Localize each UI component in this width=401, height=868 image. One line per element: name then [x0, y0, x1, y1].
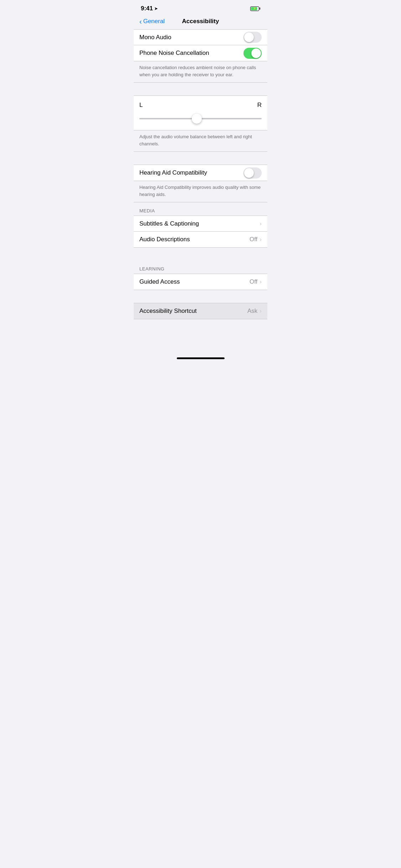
mono-audio-toggle[interactable]: [243, 32, 262, 43]
back-button[interactable]: ‹ General: [139, 18, 165, 25]
page-title: Accessibility: [182, 18, 219, 25]
audio-descriptions-value: Off: [250, 236, 257, 243]
slider-description-row: Adjust the audio volume balance between …: [134, 130, 267, 152]
media-section: Subtitles & Captioning › Audio Descripti…: [134, 216, 267, 248]
noise-cancellation-description-row: Noise cancellation reduces ambient noise…: [134, 61, 267, 83]
subtitles-captioning-label: Subtitles & Captioning: [139, 220, 259, 227]
hearing-aid-toggle[interactable]: [243, 167, 262, 179]
gap-2: [134, 152, 267, 165]
toggle-thumb: [244, 32, 254, 42]
guided-access-row[interactable]: Guided Access Off ›: [134, 274, 267, 290]
guided-access-value: Off: [250, 278, 257, 285]
audio-descriptions-label: Audio Descriptions: [139, 236, 250, 243]
subtitles-chevron-icon: ›: [259, 220, 262, 227]
gap-3: [134, 248, 267, 260]
back-chevron-icon: ‹: [139, 18, 142, 25]
slider-description: Adjust the audio volume balance between …: [139, 134, 252, 146]
hearing-aid-description: Hearing Aid Compatibility improves audio…: [139, 185, 261, 197]
slider-track: [139, 118, 262, 119]
navigation-bar: ‹ General Accessibility: [134, 15, 267, 29]
slider-labels: L R: [139, 102, 262, 109]
accessibility-shortcut-row[interactable]: Accessibility Shortcut Ask ›: [134, 303, 267, 319]
noise-cancellation-description: Noise cancellation reduces ambient noise…: [139, 65, 256, 77]
accessibility-shortcut-chevron-icon: ›: [259, 308, 262, 315]
time-display: 9:41: [141, 5, 153, 12]
slider-right-label: R: [257, 102, 262, 109]
accessibility-shortcut-section: Accessibility Shortcut Ask ›: [134, 303, 267, 319]
guided-access-chevron-icon: ›: [259, 278, 262, 285]
learning-section: Guided Access Off ›: [134, 274, 267, 290]
battery-cap: [259, 7, 260, 10]
mono-audio-label: Mono Audio: [139, 34, 243, 41]
phone-noise-toggle[interactable]: [243, 48, 262, 59]
slider-left-label: L: [139, 102, 143, 109]
back-label: General: [143, 18, 165, 25]
toggle-thumb-hearing: [244, 168, 254, 178]
home-indicator-bar: [177, 357, 225, 359]
gap-large: [134, 290, 267, 303]
battery-indicator: ⚡: [250, 6, 260, 11]
hearing-aid-label: Hearing Aid Compatibility: [139, 169, 243, 176]
audio-balance-slider[interactable]: [139, 113, 262, 124]
location-icon: ➤: [154, 6, 158, 11]
media-section-header: MEDIA: [134, 202, 267, 216]
mono-audio-row[interactable]: Mono Audio: [134, 30, 267, 45]
hearing-aid-row[interactable]: Hearing Aid Compatibility: [134, 165, 267, 181]
mono-audio-section: Mono Audio Phone Noise Cancellation: [134, 29, 267, 61]
status-time: 9:41 ➤: [141, 5, 158, 12]
slider-fill: [139, 118, 198, 119]
phone-noise-label: Phone Noise Cancellation: [139, 50, 243, 57]
accessibility-shortcut-value: Ask: [247, 308, 257, 315]
learning-section-header: LEARNING: [134, 260, 267, 274]
charging-bolt-icon: ⚡: [253, 7, 256, 10]
subtitles-captioning-row[interactable]: Subtitles & Captioning ›: [134, 216, 267, 232]
status-bar: 9:41 ➤ ⚡: [134, 0, 267, 15]
audio-balance-slider-section: L R: [134, 95, 267, 130]
toggle-thumb-noise: [251, 48, 261, 58]
gap-1: [134, 83, 267, 95]
home-indicator-area: [134, 348, 267, 362]
accessibility-shortcut-label: Accessibility Shortcut: [139, 308, 247, 315]
hearing-aid-description-row: Hearing Aid Compatibility improves audio…: [134, 181, 267, 202]
audio-descriptions-chevron-icon: ›: [259, 236, 262, 243]
footer-space: [134, 319, 267, 348]
slider-thumb[interactable]: [192, 114, 202, 124]
phone-noise-cancellation-row[interactable]: Phone Noise Cancellation: [134, 45, 267, 61]
audio-descriptions-row[interactable]: Audio Descriptions Off ›: [134, 232, 267, 247]
hearing-aid-section: Hearing Aid Compatibility: [134, 165, 267, 181]
guided-access-label: Guided Access: [139, 278, 250, 285]
status-icons: ⚡: [250, 6, 260, 11]
